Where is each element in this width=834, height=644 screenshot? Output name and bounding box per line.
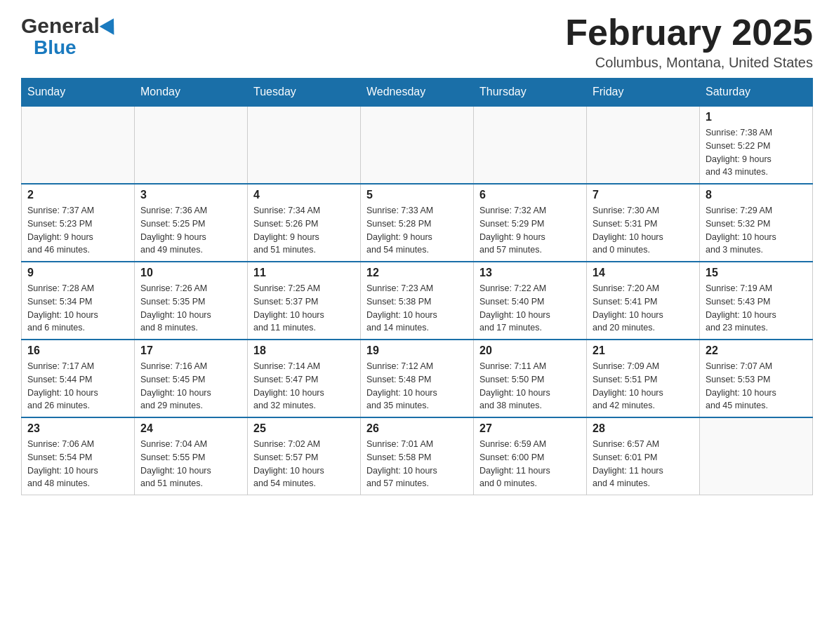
- month-title: February 2025: [565, 14, 813, 51]
- weekday-header: Friday: [587, 79, 700, 107]
- day-info: Sunrise: 7:28 AM Sunset: 5:34 PM Dayligh…: [27, 282, 128, 335]
- day-info: Sunrise: 7:09 AM Sunset: 5:51 PM Dayligh…: [593, 360, 694, 412]
- day-number: 14: [593, 267, 694, 279]
- day-number: 5: [366, 189, 468, 201]
- calendar-cell: [361, 106, 474, 184]
- day-number: 23: [27, 422, 128, 435]
- page-header: General Blue February 2025 Columbus, Mon…: [21, 14, 813, 71]
- calendar-week-row: 16Sunrise: 7:17 AM Sunset: 5:44 PM Dayli…: [22, 340, 813, 417]
- day-info: Sunrise: 6:57 AM Sunset: 6:01 PM Dayligh…: [593, 438, 694, 490]
- day-number: 26: [366, 422, 468, 435]
- calendar-cell: [135, 106, 248, 184]
- weekday-header: Tuesday: [248, 79, 361, 107]
- logo-blue-text: Blue: [34, 38, 77, 58]
- calendar-cell: 5Sunrise: 7:33 AM Sunset: 5:28 PM Daylig…: [361, 184, 474, 262]
- day-number: 15: [706, 267, 807, 279]
- calendar-cell: [700, 417, 813, 495]
- day-info: Sunrise: 7:04 AM Sunset: 5:55 PM Dayligh…: [140, 438, 241, 490]
- calendar-week-row: 23Sunrise: 7:06 AM Sunset: 5:54 PM Dayli…: [22, 417, 813, 495]
- day-info: Sunrise: 7:38 AM Sunset: 5:22 PM Dayligh…: [706, 126, 807, 179]
- day-info: Sunrise: 7:11 AM Sunset: 5:50 PM Dayligh…: [479, 360, 581, 412]
- day-number: 7: [593, 189, 694, 201]
- calendar-cell: 10Sunrise: 7:26 AM Sunset: 5:35 PM Dayli…: [135, 262, 248, 340]
- calendar-cell: 24Sunrise: 7:04 AM Sunset: 5:55 PM Dayli…: [135, 417, 248, 495]
- day-number: 11: [253, 267, 355, 279]
- calendar-cell: 21Sunrise: 7:09 AM Sunset: 5:51 PM Dayli…: [587, 340, 700, 417]
- weekday-header: Thursday: [474, 79, 587, 107]
- calendar-cell: 15Sunrise: 7:19 AM Sunset: 5:43 PM Dayli…: [700, 262, 813, 340]
- calendar-cell: [248, 106, 361, 184]
- day-number: 10: [140, 267, 241, 279]
- calendar-cell: 11Sunrise: 7:25 AM Sunset: 5:37 PM Dayli…: [248, 262, 361, 340]
- calendar-cell: 9Sunrise: 7:28 AM Sunset: 5:34 PM Daylig…: [22, 262, 135, 340]
- day-info: Sunrise: 7:12 AM Sunset: 5:48 PM Dayligh…: [366, 360, 468, 412]
- day-info: Sunrise: 7:23 AM Sunset: 5:38 PM Dayligh…: [366, 282, 468, 335]
- calendar-cell: 26Sunrise: 7:01 AM Sunset: 5:58 PM Dayli…: [361, 417, 474, 495]
- calendar-table: SundayMondayTuesdayWednesdayThursdayFrid…: [21, 78, 813, 495]
- calendar-cell: 1Sunrise: 7:38 AM Sunset: 5:22 PM Daylig…: [700, 106, 813, 184]
- calendar-cell: 8Sunrise: 7:29 AM Sunset: 5:32 PM Daylig…: [700, 184, 813, 262]
- calendar-week-row: 2Sunrise: 7:37 AM Sunset: 5:23 PM Daylig…: [22, 184, 813, 262]
- day-info: Sunrise: 7:30 AM Sunset: 5:31 PM Dayligh…: [593, 204, 694, 257]
- day-number: 22: [706, 344, 807, 357]
- day-info: Sunrise: 7:20 AM Sunset: 5:41 PM Dayligh…: [593, 282, 694, 335]
- calendar-cell: 14Sunrise: 7:20 AM Sunset: 5:41 PM Dayli…: [587, 262, 700, 340]
- weekday-header: Wednesday: [361, 79, 474, 107]
- calendar-cell: [587, 106, 700, 184]
- day-info: Sunrise: 7:02 AM Sunset: 5:57 PM Dayligh…: [253, 438, 355, 490]
- title-section: February 2025 Columbus, Montana, United …: [565, 14, 813, 71]
- location-text: Columbus, Montana, United States: [565, 55, 813, 71]
- weekday-header: Monday: [135, 79, 248, 107]
- calendar-cell: 18Sunrise: 7:14 AM Sunset: 5:47 PM Dayli…: [248, 340, 361, 417]
- day-number: 13: [479, 267, 581, 279]
- logo-triangle-icon: [99, 14, 121, 34]
- calendar-cell: 6Sunrise: 7:32 AM Sunset: 5:29 PM Daylig…: [474, 184, 587, 262]
- day-number: 9: [27, 267, 128, 279]
- day-number: 24: [140, 422, 241, 435]
- calendar-cell: 4Sunrise: 7:34 AM Sunset: 5:26 PM Daylig…: [248, 184, 361, 262]
- day-number: 20: [479, 344, 581, 357]
- day-info: Sunrise: 7:26 AM Sunset: 5:35 PM Dayligh…: [140, 282, 241, 335]
- calendar-cell: 25Sunrise: 7:02 AM Sunset: 5:57 PM Dayli…: [248, 417, 361, 495]
- weekday-header: Saturday: [700, 79, 813, 107]
- day-info: Sunrise: 7:19 AM Sunset: 5:43 PM Dayligh…: [706, 282, 807, 335]
- calendar-cell: 7Sunrise: 7:30 AM Sunset: 5:31 PM Daylig…: [587, 184, 700, 262]
- day-info: Sunrise: 7:29 AM Sunset: 5:32 PM Dayligh…: [706, 204, 807, 257]
- day-info: Sunrise: 7:01 AM Sunset: 5:58 PM Dayligh…: [366, 438, 468, 490]
- day-number: 21: [593, 344, 694, 357]
- day-number: 4: [253, 189, 355, 201]
- calendar-cell: 19Sunrise: 7:12 AM Sunset: 5:48 PM Dayli…: [361, 340, 474, 417]
- calendar-cell: 20Sunrise: 7:11 AM Sunset: 5:50 PM Dayli…: [474, 340, 587, 417]
- day-info: Sunrise: 7:17 AM Sunset: 5:44 PM Dayligh…: [27, 360, 128, 412]
- day-number: 12: [366, 267, 468, 279]
- day-number: 19: [366, 344, 468, 357]
- logo: General Blue: [21, 14, 119, 58]
- day-info: Sunrise: 7:07 AM Sunset: 5:53 PM Dayligh…: [706, 360, 807, 412]
- day-info: Sunrise: 7:06 AM Sunset: 5:54 PM Dayligh…: [27, 438, 128, 490]
- calendar-cell: [474, 106, 587, 184]
- day-info: Sunrise: 7:33 AM Sunset: 5:28 PM Dayligh…: [366, 204, 468, 257]
- day-number: 2: [27, 189, 128, 201]
- day-info: Sunrise: 7:22 AM Sunset: 5:40 PM Dayligh…: [479, 282, 581, 335]
- calendar-cell: 22Sunrise: 7:07 AM Sunset: 5:53 PM Dayli…: [700, 340, 813, 417]
- day-info: Sunrise: 7:16 AM Sunset: 5:45 PM Dayligh…: [140, 360, 241, 412]
- day-number: 16: [27, 344, 128, 357]
- calendar-week-row: 1Sunrise: 7:38 AM Sunset: 5:22 PM Daylig…: [22, 106, 813, 184]
- day-info: Sunrise: 7:34 AM Sunset: 5:26 PM Dayligh…: [253, 204, 355, 257]
- day-number: 17: [140, 344, 241, 357]
- day-info: Sunrise: 7:25 AM Sunset: 5:37 PM Dayligh…: [253, 282, 355, 335]
- day-info: Sunrise: 7:32 AM Sunset: 5:29 PM Dayligh…: [479, 204, 581, 257]
- day-info: Sunrise: 7:14 AM Sunset: 5:47 PM Dayligh…: [253, 360, 355, 412]
- day-info: Sunrise: 7:37 AM Sunset: 5:23 PM Dayligh…: [27, 204, 128, 257]
- calendar-cell: 12Sunrise: 7:23 AM Sunset: 5:38 PM Dayli…: [361, 262, 474, 340]
- day-number: 28: [593, 422, 694, 435]
- calendar-cell: 13Sunrise: 7:22 AM Sunset: 5:40 PM Dayli…: [474, 262, 587, 340]
- calendar-cell: 16Sunrise: 7:17 AM Sunset: 5:44 PM Dayli…: [22, 340, 135, 417]
- calendar-cell: 28Sunrise: 6:57 AM Sunset: 6:01 PM Dayli…: [587, 417, 700, 495]
- day-info: Sunrise: 7:36 AM Sunset: 5:25 PM Dayligh…: [140, 204, 241, 257]
- day-number: 1: [706, 111, 807, 123]
- day-number: 27: [479, 422, 581, 435]
- day-number: 8: [706, 189, 807, 201]
- day-number: 25: [253, 422, 355, 435]
- day-number: 3: [140, 189, 241, 201]
